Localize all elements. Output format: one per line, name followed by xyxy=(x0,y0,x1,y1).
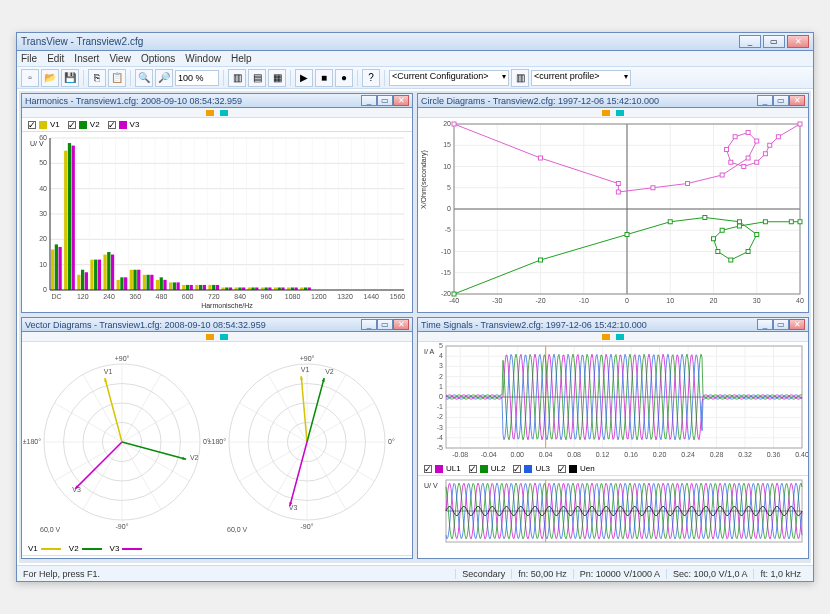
legend-v1[interactable]: V1 xyxy=(28,544,61,553)
vector-titlebar[interactable]: Vector Diagrams - Transview1.cfg: 2008-0… xyxy=(22,318,412,332)
svg-rect-54 xyxy=(90,260,93,290)
svg-line-265 xyxy=(301,376,307,442)
svg-rect-197 xyxy=(768,143,772,147)
menu-file[interactable]: File xyxy=(21,53,37,64)
svg-rect-213 xyxy=(763,220,767,224)
titlebar[interactable]: TransView - Transview2.cfg _ ▭ ✕ xyxy=(17,33,813,51)
copy-icon[interactable]: ⎘ xyxy=(88,69,106,87)
help-icon[interactable]: ? xyxy=(362,69,380,87)
legend-ul3[interactable]: UL3 xyxy=(513,464,550,473)
svg-rect-193 xyxy=(729,160,733,164)
svg-rect-48 xyxy=(68,143,71,290)
open-icon[interactable]: 📂 xyxy=(41,69,59,87)
maximize-icon[interactable]: ▭ xyxy=(377,319,393,330)
svg-text:10: 10 xyxy=(666,297,674,304)
svg-text:4: 4 xyxy=(439,352,443,359)
svg-line-256 xyxy=(239,442,307,481)
time-voltage-chart[interactable]: U/ V xyxy=(418,476,808,556)
legend-uen[interactable]: Uen xyxy=(558,464,595,473)
svg-line-250 xyxy=(307,403,375,442)
svg-rect-82 xyxy=(195,285,198,290)
zoom-out-icon[interactable]: 🔎 xyxy=(155,69,173,87)
time-current-chart[interactable]: -5-4-3-2-1012345-0.08-0.040.000.040.080.… xyxy=(418,342,808,462)
svg-text:-4: -4 xyxy=(437,434,443,441)
svg-text:-90°: -90° xyxy=(116,523,129,530)
svg-rect-183 xyxy=(616,182,620,186)
svg-rect-209 xyxy=(716,250,720,254)
maximize-button[interactable]: ▭ xyxy=(763,35,785,48)
legend-v2[interactable]: V2 xyxy=(69,544,102,553)
marker-b-icon[interactable] xyxy=(220,110,228,116)
marker-a-icon[interactable] xyxy=(206,110,214,116)
minimize-icon[interactable]: _ xyxy=(361,95,377,106)
minimize-button[interactable]: _ xyxy=(739,35,761,48)
close-icon[interactable]: ✕ xyxy=(393,319,409,330)
circle-chart[interactable]: -40-30-20-10010203040-20-15-10-505101520… xyxy=(418,118,808,312)
marker-b-icon[interactable] xyxy=(616,334,624,340)
vector-content: +90°0°-90°±180°V1V2V3+90°0°-90°±180°V1V2… xyxy=(22,332,412,558)
legend-v3[interactable]: V3 xyxy=(110,544,143,553)
svg-rect-44 xyxy=(55,244,58,290)
time-titlebar[interactable]: Time Signals - Transview2.cfg: 1997-12-0… xyxy=(418,318,808,332)
config-combo[interactable]: <Current Configuration> xyxy=(389,70,509,86)
zoom-in-icon[interactable]: 🔍 xyxy=(135,69,153,87)
svg-line-224 xyxy=(83,374,122,442)
legend-v3[interactable]: V3 xyxy=(108,120,140,129)
svg-line-222 xyxy=(122,374,161,442)
menu-options[interactable]: Options xyxy=(141,53,175,64)
harmonics-chart[interactable]: 0102030405060U/ VDC120240360480600720840… xyxy=(22,132,412,312)
play-icon[interactable]: ▶ xyxy=(295,69,313,87)
time-content: -5-4-3-2-1012345-0.08-0.040.000.040.080.… xyxy=(418,332,808,558)
zoom-input[interactable] xyxy=(175,70,219,86)
marker-b-icon[interactable] xyxy=(616,110,624,116)
menu-view[interactable]: View xyxy=(109,53,131,64)
svg-text:600: 600 xyxy=(182,293,194,300)
harmonics-titlebar[interactable]: Harmonics - Transview1.cfg: 2008-09-10 0… xyxy=(22,94,412,108)
save-icon[interactable]: 💾 xyxy=(61,69,79,87)
vector-legend: V1 V2 V3 xyxy=(22,542,412,556)
vector-chart[interactable]: +90°0°-90°±180°V1V2V3+90°0°-90°±180°V1V2… xyxy=(22,342,412,542)
maximize-icon[interactable]: ▭ xyxy=(773,319,789,330)
harmonics-mini-toolbar xyxy=(22,108,412,118)
chart-icon[interactable]: ▥ xyxy=(228,69,246,87)
minimize-icon[interactable]: _ xyxy=(757,95,773,106)
chart2-icon[interactable]: ▤ xyxy=(248,69,266,87)
svg-line-225 xyxy=(54,403,122,442)
maximize-icon[interactable]: ▭ xyxy=(773,95,789,106)
close-icon[interactable]: ✕ xyxy=(789,95,805,106)
circle-titlebar[interactable]: Circle Diagrams - Transview2.cfg: 1997-1… xyxy=(418,94,808,108)
marker-a-icon[interactable] xyxy=(206,334,214,340)
marker-b-icon[interactable] xyxy=(220,334,228,340)
svg-rect-72 xyxy=(160,277,163,290)
close-icon[interactable]: ✕ xyxy=(789,319,805,330)
legend-ul2[interactable]: UL2 xyxy=(469,464,506,473)
svg-text:840: 840 xyxy=(234,293,246,300)
close-button[interactable]: ✕ xyxy=(787,35,809,48)
legend-v2[interactable]: V2 xyxy=(68,120,100,129)
legend-v1[interactable]: V1 xyxy=(28,120,60,129)
profile-combo[interactable]: <current profile> xyxy=(531,70,631,86)
close-icon[interactable]: ✕ xyxy=(393,95,409,106)
config-icon[interactable]: ▥ xyxy=(511,69,529,87)
menu-window[interactable]: Window xyxy=(185,53,221,64)
svg-rect-56 xyxy=(98,260,101,290)
svg-text:0: 0 xyxy=(43,286,47,293)
legend-ul1[interactable]: UL1 xyxy=(424,464,461,473)
svg-rect-187 xyxy=(720,173,724,177)
menu-insert[interactable]: Insert xyxy=(74,53,99,64)
marker-a-icon[interactable] xyxy=(602,334,610,340)
chart3-icon[interactable]: ▦ xyxy=(268,69,286,87)
paste-icon[interactable]: 📋 xyxy=(108,69,126,87)
stop-icon[interactable]: ■ xyxy=(315,69,333,87)
menu-edit[interactable]: Edit xyxy=(47,53,64,64)
minimize-icon[interactable]: _ xyxy=(361,319,377,330)
svg-text:15: 15 xyxy=(443,141,451,148)
new-icon[interactable]: ▫ xyxy=(21,69,39,87)
separator xyxy=(290,70,291,86)
record-icon[interactable]: ● xyxy=(335,69,353,87)
svg-text:V2: V2 xyxy=(190,454,199,461)
minimize-icon[interactable]: _ xyxy=(757,319,773,330)
maximize-icon[interactable]: ▭ xyxy=(377,95,393,106)
marker-a-icon[interactable] xyxy=(602,110,610,116)
menu-help[interactable]: Help xyxy=(231,53,252,64)
